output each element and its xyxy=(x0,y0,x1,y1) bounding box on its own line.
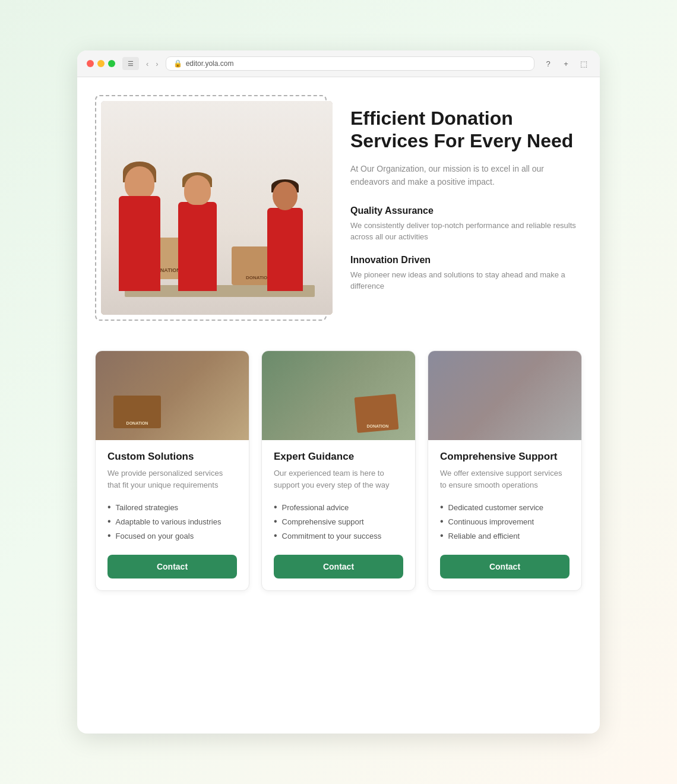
card-3-contact-button[interactable]: Contact xyxy=(440,555,570,578)
card-3-title: Comprehensive Support xyxy=(440,451,570,463)
list-item: Comprehensive support xyxy=(274,514,403,529)
hero-subtitle: At Our Organization, our mission is to e… xyxy=(350,162,582,189)
card-2-image xyxy=(262,351,415,440)
volunteer-person-1 xyxy=(119,196,160,291)
card-2-list: Professional advice Comprehensive suppor… xyxy=(274,500,403,543)
card-3-image xyxy=(428,351,581,440)
list-item: Focused on your goals xyxy=(107,529,237,543)
hero-section: Efficient Donation Services For Every Ne… xyxy=(95,95,582,321)
card-1-contact-button[interactable]: Contact xyxy=(107,555,237,578)
lock-icon: 🔒 xyxy=(173,59,182,68)
card-3-body: Comprehensive Support We offer extensive… xyxy=(428,440,581,590)
list-item: Adaptable to various industries xyxy=(107,514,237,529)
feature-innovation-title: Innovation Driven xyxy=(350,255,582,265)
card-1-desc: We provide personalized services that fi… xyxy=(107,467,237,491)
donation-box-card-2 xyxy=(355,394,399,433)
list-item: Dedicated customer service xyxy=(440,500,570,514)
card-1-image xyxy=(96,351,249,440)
list-item: Tailored strategies xyxy=(107,500,237,514)
feature-innovation: Innovation Driven We pioneer new ideas a… xyxy=(350,255,582,292)
list-item: Professional advice xyxy=(274,500,403,514)
card-2-desc: Our experienced team is here to support … xyxy=(274,467,403,491)
feature-quality-desc: We consistently deliver top-notch perfor… xyxy=(350,220,582,243)
sidebar-toggle[interactable]: ☰ xyxy=(122,57,139,70)
feature-quality-title: Quality Assurance xyxy=(350,206,582,216)
hero-image xyxy=(101,101,333,315)
card-1-title: Custom Solutions xyxy=(107,451,237,463)
address-bar[interactable]: 🔒 editor.yola.com xyxy=(166,56,534,71)
hero-title: Efficient Donation Services For Every Ne… xyxy=(350,107,582,153)
card-3-desc: We offer extensive support services to e… xyxy=(440,467,570,491)
minimize-button[interactable] xyxy=(97,60,105,67)
donation-box-card-1 xyxy=(113,396,161,428)
volunteer-person-3 xyxy=(267,208,303,291)
card-3-list: Dedicated customer service Continuous im… xyxy=(440,500,570,543)
volunteer-person-2 xyxy=(178,202,217,291)
browser-chrome: ☰ ‹ › 🔒 editor.yola.com ? + ⬚ xyxy=(77,50,600,77)
browser-window: ☰ ‹ › 🔒 editor.yola.com ? + ⬚ xyxy=(77,50,600,734)
back-button[interactable]: ‹ xyxy=(146,59,148,68)
extensions-button[interactable]: ⬚ xyxy=(577,57,590,70)
list-item: Continuous improvement xyxy=(440,514,570,529)
page-content: Efficient Donation Services For Every Ne… xyxy=(77,77,600,615)
list-item: Reliable and efficient xyxy=(440,529,570,543)
dashed-border xyxy=(95,95,327,321)
card-comprehensive-support: Comprehensive Support We offer extensive… xyxy=(428,350,582,591)
window-controls xyxy=(87,60,115,67)
hero-image-wrapper xyxy=(95,95,327,321)
hero-text: Efficient Donation Services For Every Ne… xyxy=(350,95,582,304)
forward-button[interactable]: › xyxy=(156,59,158,68)
card-2-contact-button[interactable]: Contact xyxy=(274,555,403,578)
card-2-body: Expert Guidance Our experienced team is … xyxy=(262,440,415,590)
browser-actions: ? + ⬚ xyxy=(542,57,590,70)
add-tab-button[interactable]: + xyxy=(559,57,572,70)
card-1-body: Custom Solutions We provide personalized… xyxy=(96,440,249,590)
card-1-list: Tailored strategies Adaptable to various… xyxy=(107,500,237,543)
card-expert-guidance: Expert Guidance Our experienced team is … xyxy=(261,350,416,591)
card-custom-solutions: Custom Solutions We provide personalized… xyxy=(95,350,249,591)
help-button[interactable]: ? xyxy=(542,57,555,70)
card-2-title: Expert Guidance xyxy=(274,451,403,463)
volunteer-scene xyxy=(101,101,333,315)
feature-quality: Quality Assurance We consistently delive… xyxy=(350,206,582,243)
list-item: Commitment to your success xyxy=(274,529,403,543)
close-button[interactable] xyxy=(87,60,94,67)
maximize-button[interactable] xyxy=(108,60,115,67)
feature-innovation-desc: We pioneer new ideas and solutions to st… xyxy=(350,269,582,292)
url-text: editor.yola.com xyxy=(186,59,234,68)
cards-section: Custom Solutions We provide personalized… xyxy=(95,350,582,591)
